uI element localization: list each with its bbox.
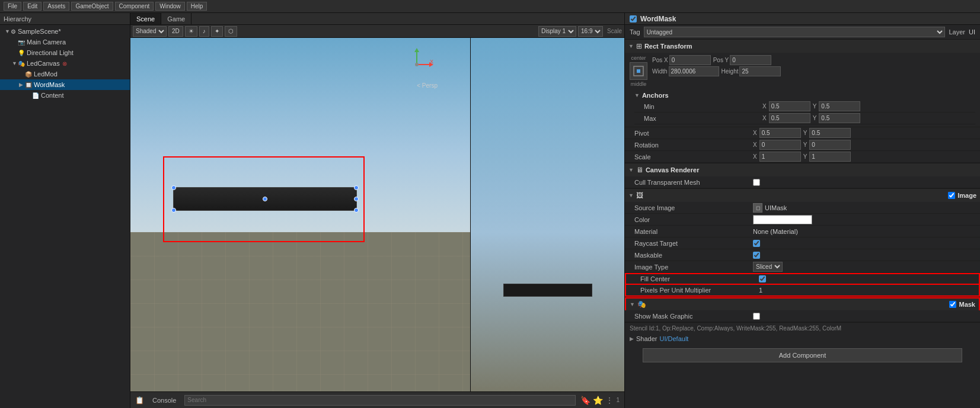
scale-y-input[interactable] <box>809 152 851 162</box>
pivot-y-label: Y <box>803 130 807 136</box>
edit-menu[interactable]: Edit <box>23 2 42 11</box>
hierarchy-item-directionallight[interactable]: 💡 Directional Light <box>0 47 130 58</box>
wordmask-label: WordMask <box>34 81 65 88</box>
component-menu[interactable]: Component <box>115 2 154 11</box>
hierarchy-item-samplescene[interactable]: ▼ ⚙ SampleScene* <box>0 26 130 37</box>
posx-input[interactable] <box>669 55 711 65</box>
aspect-select[interactable]: 16:9 <box>578 26 603 37</box>
inspector-panel: WordMask Tag Untagged Layer UI ▼ ⊞ Rect … <box>624 13 980 408</box>
shaded-select[interactable]: Shaded <box>133 26 167 37</box>
posy-group: Pos Y <box>713 55 772 65</box>
inspector-active-checkbox[interactable] <box>630 15 637 23</box>
hierarchy-item-content[interactable]: 📄 Content <box>0 90 130 101</box>
rect-transform-header[interactable]: ▼ ⊞ Rect Transform <box>625 40 980 53</box>
anchors-title: Anchors <box>642 92 669 99</box>
rect-fields: Pos X Pos Y Width <box>652 55 975 76</box>
stencil-text: Stencil Id:1, Op:Replace, Comp:Always, W… <box>630 325 841 332</box>
handle-tl[interactable] <box>171 185 176 190</box>
color-swatch[interactable] <box>753 215 812 224</box>
scene-view[interactable]: X < Persp <box>130 38 470 391</box>
maskable-checkbox[interactable] <box>753 252 760 259</box>
tab-scene[interactable]: Scene <box>130 13 161 24</box>
pixels-label: Pixels Per Unit Multiplier <box>640 287 759 294</box>
console-icon-bookmark[interactable]: 🔖 <box>580 396 590 405</box>
console-icon: 📋 <box>135 396 144 404</box>
assets-menu[interactable]: Assets <box>43 2 69 11</box>
hierarchy-item-maincamera[interactable]: 📷 Main Camera <box>0 37 130 47</box>
rect-anchor-icon[interactable] <box>630 62 647 80</box>
stencil-info: Stencil Id:1, Op:Replace, Comp:Always, W… <box>625 323 980 334</box>
rect-center-area: center middle Pos X <box>625 53 980 89</box>
posx-group: Pos X <box>652 55 711 65</box>
anchor-max-value: X Y <box>762 113 971 123</box>
scale-label: Scale <box>634 153 753 160</box>
svg-text:X: X <box>430 59 433 65</box>
tab-game[interactable]: Game <box>161 13 191 24</box>
image-type-label: Image Type <box>634 264 753 271</box>
fx-btn[interactable]: ✦ <box>211 26 223 37</box>
handle-tr[interactable] <box>354 185 359 190</box>
material-value: None (Material) <box>753 228 975 235</box>
scale-x-input[interactable] <box>759 152 801 162</box>
anchor-max-y-input[interactable] <box>819 113 860 123</box>
canvas-renderer-header[interactable]: ▼ 🖥 Canvas Renderer <box>625 163 980 176</box>
show-mask-checkbox[interactable] <box>753 313 760 320</box>
canvas-renderer-arrow: ▼ <box>628 167 634 173</box>
raycast-checkbox[interactable] <box>753 240 760 247</box>
handle-mr[interactable] <box>354 197 359 201</box>
maincamera-icon: 📷 <box>18 39 25 46</box>
mask-arrow: ▼ <box>630 301 635 307</box>
cull-transparent-checkbox[interactable] <box>753 179 760 186</box>
image-type-select[interactable]: Sliced <box>753 262 783 272</box>
fill-center-checkbox[interactable] <box>759 275 766 282</box>
console-icon-settings[interactable]: ⋮ <box>605 396 614 405</box>
posy-input[interactable] <box>730 55 771 65</box>
help-menu[interactable]: Help <box>187 2 208 11</box>
rotation-y-input[interactable] <box>809 140 851 150</box>
anchor-min-value: X Y <box>762 101 971 111</box>
console-search-input[interactable] <box>184 395 576 406</box>
pixels-row: Pixels Per Unit Multiplier 1 <box>625 285 980 297</box>
hierarchy-item-ledcanvas[interactable]: ▼ 🎭 LedCanvas ⊗ <box>0 58 130 69</box>
gameobject-menu[interactable]: GameObject <box>71 2 113 11</box>
rotation-y-label: Y <box>803 142 807 148</box>
add-component-button[interactable]: Add Component <box>643 348 962 362</box>
image-header[interactable]: ▼ 🖼 Image <box>625 189 980 202</box>
tag-layer-row: Tag Untagged Layer UI <box>625 25 980 40</box>
ledmod-icon: 📦 <box>25 71 32 78</box>
handle-center[interactable] <box>263 197 267 201</box>
source-image-icon: ◻ <box>753 203 762 213</box>
console-tab[interactable]: Console <box>149 397 180 404</box>
file-menu[interactable]: File <box>4 2 21 11</box>
display-select[interactable]: Display 1 <box>538 26 576 37</box>
console-icon-star[interactable]: ⭐ <box>593 396 603 405</box>
rotation-x-input[interactable] <box>759 140 801 150</box>
anchor-min-x-label: X <box>762 103 767 110</box>
lights-btn[interactable]: ☀ <box>185 26 197 37</box>
anchor-max-x-input[interactable] <box>769 113 810 123</box>
pivot-x-input[interactable] <box>759 128 801 138</box>
handle-br[interactable] <box>354 208 359 213</box>
hierarchy-item-wordmask[interactable]: ▶ 🔲 WordMask <box>0 79 130 90</box>
anchor-min-y-input[interactable] <box>819 101 860 111</box>
content-icon: 📄 <box>32 92 39 99</box>
mask-enabled-checkbox[interactable] <box>949 301 956 308</box>
hierarchy-item-ledmod[interactable]: 📦 LedMod <box>0 69 130 79</box>
tag-select[interactable]: Untagged <box>644 27 946 37</box>
ledcanvas-warning: ⊗ <box>62 60 67 67</box>
gizmos-btn[interactable]: ⬡ <box>225 26 237 37</box>
ledmod-label: LedMod <box>34 70 58 78</box>
cull-transparent-value <box>753 179 975 186</box>
width-input[interactable] <box>669 66 719 76</box>
height-input[interactable] <box>739 66 781 76</box>
audio-btn[interactable]: ♪ <box>199 26 209 37</box>
anchor-min-x-input[interactable] <box>769 101 810 111</box>
image-type-value: Sliced <box>753 262 975 272</box>
image-enabled-checkbox[interactable] <box>948 192 955 199</box>
mode-2d-btn[interactable]: 2D <box>168 26 183 37</box>
handle-bl[interactable] <box>171 208 176 213</box>
pivot-y-input[interactable] <box>809 128 851 138</box>
window-menu[interactable]: Window <box>155 2 185 11</box>
scale-x-label: X <box>753 153 757 160</box>
mask-header[interactable]: ▼ 🎭 Mask <box>625 297 980 310</box>
